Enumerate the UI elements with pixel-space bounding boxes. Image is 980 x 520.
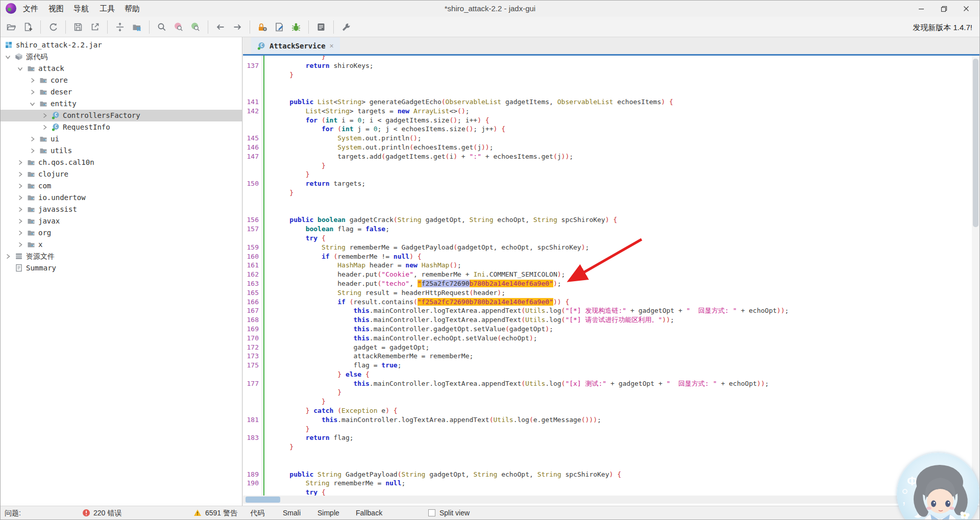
- code-text: this.mainController.logTextArea.appendTe…: [274, 306, 789, 315]
- gutter-green-line: [263, 56, 264, 496]
- tree-item-io.undertow[interactable]: io.undertow: [1, 192, 242, 204]
- tree-item-utils[interactable]: utils: [1, 145, 242, 157]
- tree-item-Summary[interactable]: Summary: [1, 262, 242, 274]
- project-tree[interactable]: shiro_attack-2.2.jar源代码attackcoredeseren…: [1, 37, 242, 506]
- tree-item-attack[interactable]: attack: [1, 63, 242, 75]
- code-text: public List<String> generateGadgetEcho(O…: [274, 97, 673, 107]
- menu-2[interactable]: 视图: [46, 1, 66, 17]
- horizontal-scrollbar[interactable]: [243, 496, 972, 504]
- export-icon[interactable]: [89, 21, 101, 33]
- chevron-right-icon[interactable]: [41, 112, 48, 119]
- tree-item-ui[interactable]: ui: [1, 133, 242, 145]
- tree-item-RequestInfo[interactable]: CRequestInfo: [1, 121, 242, 133]
- code-line-147: 147 targets.add(gadgetItems.get(i) + ":"…: [243, 152, 972, 161]
- flatten-icon[interactable]: [114, 21, 126, 33]
- resources-icon: [15, 252, 23, 260]
- search-icon[interactable]: [156, 21, 167, 33]
- code-text: }: [274, 425, 309, 434]
- search-usage-icon[interactable]: [173, 21, 184, 33]
- minimize-button[interactable]: [910, 1, 933, 17]
- tree-item-org[interactable]: org: [1, 227, 242, 239]
- chevron-right-icon[interactable]: [17, 241, 23, 248]
- back-icon[interactable]: [215, 21, 226, 33]
- tree-item-shiro_attack-2.2.jar[interactable]: shiro_attack-2.2.jar: [1, 39, 242, 51]
- tree-item-javassist[interactable]: javassist: [1, 204, 242, 215]
- chevron-right-icon[interactable]: [17, 206, 23, 213]
- tree-item-_[interactable]: 源代码: [1, 51, 242, 63]
- chevron-right-icon[interactable]: [17, 159, 23, 166]
- view-button-2[interactable]: Smali: [281, 506, 303, 519]
- tab-attackservice[interactable]: C AttackService ×: [251, 37, 340, 54]
- add-file-icon[interactable]: [22, 21, 34, 33]
- chevron-right-icon[interactable]: [17, 230, 23, 236]
- chevron-right-icon[interactable]: [17, 183, 23, 189]
- maximize-button[interactable]: [933, 1, 955, 17]
- vertical-scrollbar[interactable]: [972, 56, 979, 504]
- titlebar: 文件视图导航工具帮助 *shiro_attack-2.2 - jadx-gui: [1, 1, 979, 17]
- tree-item-entity[interactable]: entity: [1, 98, 242, 110]
- tree-item-com[interactable]: com: [1, 180, 242, 192]
- code-line-181: 181 this.mainController.logTextArea.appe…: [243, 415, 972, 425]
- line-number: [243, 161, 262, 170]
- code-line-177: 177 this.mainController.logTextArea.appe…: [243, 379, 972, 388]
- tree-item-ControllersFactory[interactable]: CControllersFactory: [1, 110, 242, 121]
- chevron-right-icon[interactable]: [29, 89, 36, 95]
- tab-close-icon[interactable]: ×: [330, 42, 334, 50]
- chevron-right-icon[interactable]: [17, 194, 23, 201]
- tree-item-ch.qos.cal10n[interactable]: ch.qos.cal10n: [1, 157, 242, 168]
- tree-item-_[interactable]: 资源文件: [1, 251, 242, 262]
- refresh-icon[interactable]: [47, 21, 59, 33]
- code-text: }: [274, 161, 326, 170]
- line-number: [243, 461, 262, 470]
- tree-item-clojure[interactable]: clojure: [1, 168, 242, 180]
- tree-item-deser[interactable]: deser: [1, 86, 242, 98]
- chevron-right-icon[interactable]: [17, 218, 23, 225]
- chevron-right-icon[interactable]: [5, 253, 11, 260]
- line-number: 142: [243, 107, 262, 116]
- jar-icon: [5, 41, 13, 49]
- view-button-4[interactable]: Fallback: [354, 506, 384, 519]
- edit-doc-icon[interactable]: [274, 21, 285, 33]
- folder-icon: [27, 193, 35, 202]
- folder-icon: [27, 217, 35, 225]
- tree-item-core[interactable]: core: [1, 75, 242, 86]
- menu-4[interactable]: 工具: [97, 1, 117, 17]
- debug-icon[interactable]: [290, 21, 302, 33]
- chevron-right-icon[interactable]: [41, 124, 48, 131]
- code-editor[interactable]: }137 return shiroKeys; }141 public List<…: [243, 56, 972, 496]
- code-text: this.mainController.logTextArea.appendTe…: [274, 415, 601, 425]
- open-folder-icon[interactable]: [6, 21, 17, 33]
- code-text: this.mainController.gadgetOpt.setValue(g…: [274, 325, 553, 334]
- tree-item-label: deser: [51, 86, 72, 98]
- chevron-down-icon[interactable]: [17, 65, 23, 72]
- view-button-3[interactable]: Simple: [315, 506, 341, 519]
- log-icon[interactable]: [315, 21, 327, 33]
- view-button-1[interactable]: 代码: [248, 506, 266, 519]
- preferences-icon[interactable]: [340, 21, 352, 33]
- split-view-checkbox[interactable]: [428, 509, 435, 516]
- search-class-icon[interactable]: [190, 21, 201, 33]
- chevron-right-icon[interactable]: [29, 147, 36, 154]
- menu-1[interactable]: 文件: [21, 1, 40, 17]
- chevron-right-icon[interactable]: [17, 171, 23, 178]
- line-number: [243, 406, 262, 415]
- tree-item-x[interactable]: x: [1, 239, 242, 251]
- packages-icon[interactable]: [131, 21, 142, 33]
- vertical-scroll-thumb[interactable]: [973, 59, 978, 227]
- menu-5[interactable]: 帮助: [122, 1, 142, 17]
- update-notice-link[interactable]: 发现新版本 1.4.7!: [913, 23, 972, 33]
- save-icon[interactable]: [72, 21, 84, 33]
- chevron-right-icon[interactable]: [29, 136, 36, 142]
- close-button[interactable]: [955, 1, 977, 17]
- chevron-down-icon[interactable]: [29, 101, 36, 107]
- code-line-166: 166 if (result.contains("f25a2fc72690b78…: [243, 298, 972, 307]
- chevron-right-icon[interactable]: [29, 77, 36, 84]
- code-line: }: [243, 397, 972, 406]
- deobfuscation-icon[interactable]: [257, 21, 268, 33]
- menu-3[interactable]: 导航: [71, 1, 91, 17]
- forward-icon[interactable]: [232, 21, 243, 33]
- line-number: [243, 370, 262, 379]
- chevron-down-icon[interactable]: [5, 54, 11, 60]
- horizontal-scroll-thumb[interactable]: [246, 497, 280, 503]
- tree-item-javax[interactable]: javax: [1, 215, 242, 227]
